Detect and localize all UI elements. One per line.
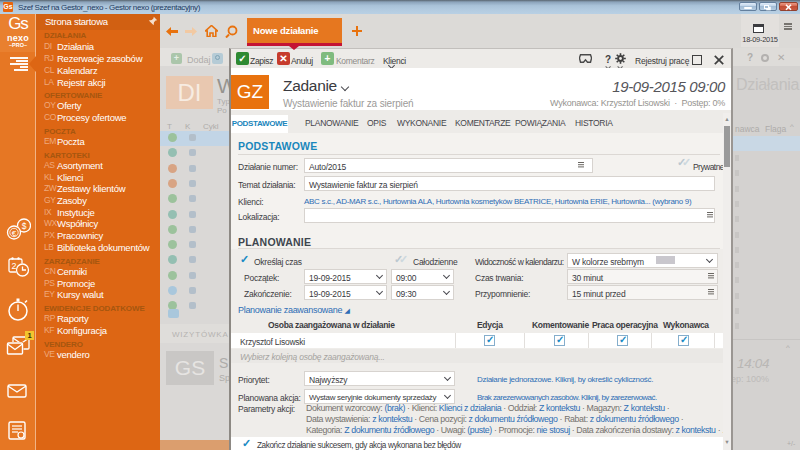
svg-text:$: $ [22,221,27,231]
svg-text:2: 2 [11,261,16,271]
svg-text:€: € [12,229,17,238]
